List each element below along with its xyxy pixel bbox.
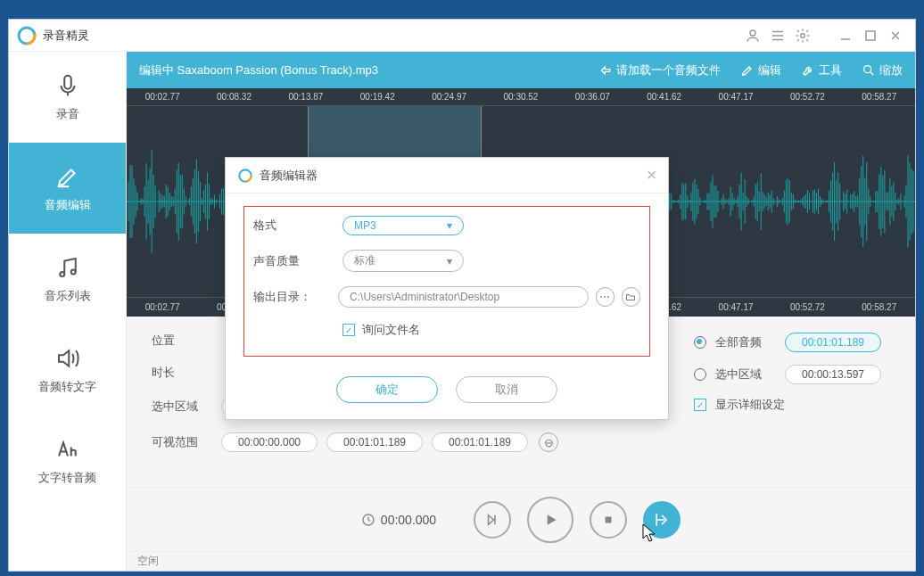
sidebar-item-record[interactable]: 录音 (9, 52, 126, 143)
sidebar-item-stt[interactable]: 音频转文字 (9, 325, 126, 416)
dialog-header: 音频编辑器 ✕ (226, 158, 668, 193)
pencil-icon (740, 63, 755, 78)
ask-filename-label: 询问文件名 (362, 322, 420, 338)
duration-label: 时长 (152, 365, 221, 381)
edit-toolbar: 编辑中 Saxaboom Passion (Bonus Track).mp3 请… (127, 52, 915, 88)
sidebar-item-label: 文字转音频 (38, 470, 96, 486)
stop-button[interactable] (590, 501, 627, 539)
view-end[interactable]: 00:01:01.189 (326, 432, 423, 452)
ok-button[interactable]: 确定 (336, 376, 438, 403)
status-bar: 空闲 (127, 551, 915, 571)
sidebar-item-label: 音乐列表 (45, 288, 91, 304)
music-icon (54, 254, 81, 281)
edit-menu-button[interactable]: 编辑 (740, 62, 781, 78)
sidebar-item-edit[interactable]: 音频编辑 (9, 143, 126, 234)
zoom-out-icon[interactable]: ⊖ (539, 432, 558, 452)
app-title: 录音精灵 (43, 28, 740, 44)
menu-icon[interactable] (765, 23, 790, 48)
svg-point-2 (750, 30, 755, 36)
dialog-fields: 格式 MP3 ▾ 声音质量 标准 ▾ 输出目录： C:\Users\Admini… (243, 206, 650, 357)
export-dialog: 音频编辑器 ✕ 格式 MP3 ▾ 声音质量 标准 ▾ 输出目录： C:\User… (225, 157, 669, 420)
sidebar-item-label: 音频编辑 (45, 197, 91, 213)
svg-point-8 (864, 65, 871, 72)
view-len[interactable]: 00:01:01.189 (432, 432, 528, 452)
tools-menu-button[interactable]: 工具 (801, 62, 842, 78)
clock-icon (361, 513, 375, 527)
titlebar: 录音精灵 (9, 20, 915, 52)
export-button[interactable] (643, 501, 681, 539)
search-icon (862, 63, 876, 78)
quality-label: 声音质量 (253, 253, 342, 269)
play-time: 00:00.000 (381, 513, 436, 527)
viewport-label: 可视范围 (152, 434, 221, 450)
load-label: 请加载一个音频文件 (616, 62, 721, 78)
options-panel: 全部音频 00:01:01.189 选中区域 00:00:13.597 ✓ 显示… (694, 333, 890, 425)
output-dir-input[interactable]: C:\Users\Administrator\Desktop (338, 286, 589, 308)
output-dir-label: 输出目录： (253, 289, 338, 305)
sidebar-item-tts[interactable]: 文字转音频 (9, 416, 126, 506)
load-audio-button[interactable]: 请加载一个音频文件 (598, 62, 721, 78)
check-detailed[interactable]: ✓ (694, 399, 706, 411)
app-logo-small (236, 167, 254, 185)
play-bar: 00:00.000 (127, 487, 915, 551)
all-audio-time: 00:01:01.189 (785, 333, 881, 352)
export-icon (598, 63, 613, 78)
ruler-top: 00:02.7700:08.3200:13.8700:19.4200:24.97… (127, 88, 915, 106)
selection-label: 选中区域 (152, 399, 221, 415)
svg-point-7 (70, 270, 75, 275)
skip-segment-button[interactable] (474, 501, 511, 539)
more-icon[interactable]: ⋯ (596, 287, 615, 307)
pen-icon (54, 163, 81, 190)
svg-point-6 (60, 272, 64, 276)
editing-filename: 编辑中 Saxaboom Passion (Bonus Track).mp3 (139, 62, 579, 78)
svg-rect-5 (64, 76, 71, 89)
radio-all-audio[interactable] (694, 336, 706, 349)
user-icon[interactable] (740, 23, 765, 48)
radio-selection[interactable] (694, 368, 706, 381)
sidebar-item-playlist[interactable]: 音乐列表 (9, 234, 126, 325)
quality-select[interactable]: 标准 ▾ (342, 250, 464, 272)
format-select[interactable]: MP3 ▾ (342, 216, 464, 235)
text-icon (54, 436, 81, 463)
format-label: 格式 (253, 218, 342, 234)
sidebar: 录音 音频编辑 音乐列表 音频转文字 文字转音频 (9, 52, 127, 571)
speaker-icon (54, 345, 81, 372)
position-label: 位置 (152, 333, 221, 349)
wrench-icon (801, 63, 815, 78)
svg-point-3 (801, 33, 805, 37)
cancel-button[interactable]: 取消 (456, 376, 557, 403)
sidebar-item-label: 音频转文字 (38, 379, 96, 395)
chevron-down-icon: ▾ (447, 255, 452, 267)
sidebar-item-label: 录音 (56, 106, 79, 122)
settings-icon[interactable] (790, 23, 815, 48)
app-logo (16, 25, 37, 46)
ask-filename-check[interactable]: ✓ (342, 324, 355, 336)
svg-rect-11 (606, 516, 612, 523)
play-button[interactable] (527, 497, 573, 543)
open-folder-icon[interactable] (622, 287, 640, 307)
close-icon[interactable] (883, 23, 908, 48)
svg-rect-4 (866, 31, 875, 40)
dialog-close-icon[interactable]: ✕ (646, 167, 657, 184)
selection-time: 00:00:13.597 (785, 365, 881, 384)
zoom-menu-button[interactable]: 缩放 (862, 62, 903, 78)
minimize-icon[interactable] (833, 23, 858, 48)
chevron-down-icon: ▾ (447, 219, 452, 232)
maximize-icon[interactable] (858, 23, 883, 48)
dialog-title: 音频编辑器 (260, 168, 318, 184)
view-start[interactable]: 00:00:00.000 (221, 432, 318, 452)
mic-icon (54, 72, 81, 99)
